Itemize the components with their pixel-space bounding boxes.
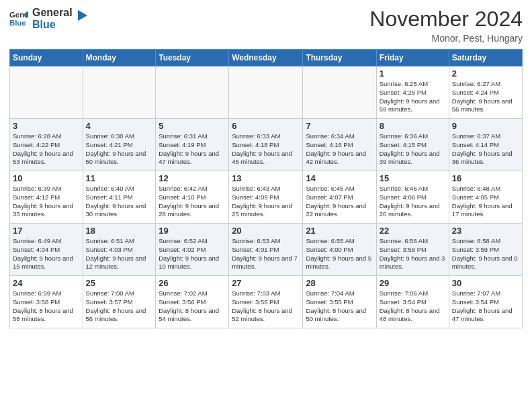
day-number: 27 (232, 278, 300, 288)
table-row (229, 66, 303, 119)
day-info: Sunrise: 6:28 AM Sunset: 4:22 PM Dayligh… (13, 132, 80, 167)
day-number: 25 (86, 278, 153, 288)
day-info: Sunrise: 6:48 AM Sunset: 4:05 PM Dayligh… (452, 185, 519, 219)
day-info: Sunrise: 6:43 AM Sunset: 4:09 PM Dayligh… (232, 185, 300, 219)
table-row: 8Sunrise: 6:36 AM Sunset: 4:15 PM Daylig… (376, 119, 449, 171)
day-info: Sunrise: 7:07 AM Sunset: 3:54 PM Dayligh… (452, 289, 519, 324)
table-row: 15Sunrise: 6:46 AM Sunset: 4:06 PM Dayli… (376, 171, 449, 224)
table-row: 22Sunrise: 6:56 AM Sunset: 3:59 PM Dayli… (376, 224, 449, 276)
table-row: 1Sunrise: 6:25 AM Sunset: 4:25 PM Daylig… (376, 66, 449, 119)
day-info: Sunrise: 6:42 AM Sunset: 4:10 PM Dayligh… (159, 185, 226, 219)
day-number: 6 (232, 121, 300, 131)
table-row: 25Sunrise: 7:00 AM Sunset: 3:57 PM Dayli… (83, 276, 156, 328)
table-row: 9Sunrise: 6:37 AM Sunset: 4:14 PM Daylig… (449, 119, 522, 171)
calendar-week-row: 10Sunrise: 6:39 AM Sunset: 4:12 PM Dayli… (10, 171, 523, 224)
day-number: 13 (232, 173, 300, 183)
day-number: 15 (380, 173, 446, 183)
calendar-week-row: 1Sunrise: 6:25 AM Sunset: 4:25 PM Daylig… (10, 66, 523, 119)
day-info: Sunrise: 6:33 AM Sunset: 4:18 PM Dayligh… (232, 132, 300, 167)
day-info: Sunrise: 6:46 AM Sunset: 4:06 PM Dayligh… (380, 185, 446, 219)
table-row: 13Sunrise: 6:43 AM Sunset: 4:09 PM Dayli… (229, 171, 303, 224)
day-number: 24 (13, 278, 80, 288)
col-saturday: Saturday (449, 50, 522, 66)
page: General Blue General Blue November 2024 … (0, 0, 532, 411)
table-row: 10Sunrise: 6:39 AM Sunset: 4:12 PM Dayli… (10, 171, 83, 224)
col-tuesday: Tuesday (156, 50, 229, 66)
calendar-week-row: 3Sunrise: 6:28 AM Sunset: 4:22 PM Daylig… (10, 119, 523, 171)
day-info: Sunrise: 6:39 AM Sunset: 4:12 PM Dayligh… (13, 185, 80, 219)
table-row: 6Sunrise: 6:33 AM Sunset: 4:18 PM Daylig… (229, 119, 303, 171)
table-row: 17Sunrise: 6:49 AM Sunset: 4:04 PM Dayli… (10, 224, 83, 276)
day-info: Sunrise: 6:37 AM Sunset: 4:14 PM Dayligh… (452, 132, 519, 167)
table-row: 18Sunrise: 6:51 AM Sunset: 4:03 PM Dayli… (83, 224, 156, 276)
day-info: Sunrise: 6:36 AM Sunset: 4:15 PM Dayligh… (380, 132, 446, 167)
day-number: 18 (86, 226, 153, 236)
table-row: 11Sunrise: 6:40 AM Sunset: 4:11 PM Dayli… (83, 171, 156, 224)
table-row: 24Sunrise: 6:59 AM Sunset: 3:58 PM Dayli… (10, 276, 83, 328)
day-number: 1 (380, 68, 446, 79)
day-info: Sunrise: 6:56 AM Sunset: 3:59 PM Dayligh… (380, 237, 446, 271)
calendar-week-row: 24Sunrise: 6:59 AM Sunset: 3:58 PM Dayli… (10, 276, 523, 328)
day-number: 30 (452, 278, 519, 288)
table-row: 27Sunrise: 7:03 AM Sunset: 3:56 PM Dayli… (229, 276, 303, 328)
day-info: Sunrise: 6:52 AM Sunset: 4:02 PM Dayligh… (159, 237, 226, 271)
logo: General Blue General Blue (9, 7, 87, 32)
logo-blue-text: Blue (32, 19, 73, 31)
table-row (156, 66, 229, 119)
table-row: 16Sunrise: 6:48 AM Sunset: 4:05 PM Dayli… (449, 171, 522, 224)
table-row: 4Sunrise: 6:30 AM Sunset: 4:21 PM Daylig… (83, 119, 156, 171)
calendar-header-row: Sunday Monday Tuesday Wednesday Thursday… (10, 50, 523, 66)
table-row: 19Sunrise: 6:52 AM Sunset: 4:02 PM Dayli… (156, 224, 229, 276)
logo-arrow-icon (73, 9, 87, 24)
day-info: Sunrise: 7:06 AM Sunset: 3:54 PM Dayligh… (380, 289, 446, 324)
day-info: Sunrise: 6:40 AM Sunset: 4:11 PM Dayligh… (86, 185, 153, 219)
day-number: 11 (86, 173, 153, 183)
day-info: Sunrise: 6:27 AM Sunset: 4:24 PM Dayligh… (452, 80, 519, 114)
day-info: Sunrise: 6:45 AM Sunset: 4:07 PM Dayligh… (306, 185, 373, 219)
day-info: Sunrise: 7:02 AM Sunset: 3:56 PM Dayligh… (159, 289, 226, 324)
table-row: 12Sunrise: 6:42 AM Sunset: 4:10 PM Dayli… (156, 171, 229, 224)
day-info: Sunrise: 6:30 AM Sunset: 4:21 PM Dayligh… (86, 132, 153, 167)
table-row (303, 66, 376, 119)
col-wednesday: Wednesday (229, 50, 303, 66)
day-info: Sunrise: 6:53 AM Sunset: 4:01 PM Dayligh… (232, 237, 300, 271)
day-number: 21 (306, 226, 373, 236)
day-info: Sunrise: 6:49 AM Sunset: 4:04 PM Dayligh… (13, 237, 80, 271)
table-row: 2Sunrise: 6:27 AM Sunset: 4:24 PM Daylig… (449, 66, 522, 119)
day-info: Sunrise: 6:55 AM Sunset: 4:00 PM Dayligh… (306, 237, 373, 271)
day-info: Sunrise: 7:04 AM Sunset: 3:55 PM Dayligh… (306, 289, 373, 324)
table-row: 30Sunrise: 7:07 AM Sunset: 3:54 PM Dayli… (449, 276, 522, 328)
day-number: 12 (159, 173, 226, 183)
day-info: Sunrise: 7:03 AM Sunset: 3:56 PM Dayligh… (232, 289, 300, 324)
day-info: Sunrise: 6:51 AM Sunset: 4:03 PM Dayligh… (86, 237, 153, 271)
table-row: 20Sunrise: 6:53 AM Sunset: 4:01 PM Dayli… (229, 224, 303, 276)
table-row: 3Sunrise: 6:28 AM Sunset: 4:22 PM Daylig… (10, 119, 83, 171)
day-number: 23 (452, 226, 519, 236)
day-number: 10 (13, 173, 80, 183)
svg-marker-4 (78, 10, 87, 21)
day-number: 20 (232, 226, 300, 236)
day-number: 26 (159, 278, 226, 288)
day-number: 2 (452, 68, 519, 79)
table-row: 14Sunrise: 6:45 AM Sunset: 4:07 PM Dayli… (303, 171, 376, 224)
header: General Blue General Blue November 2024 … (9, 7, 523, 44)
table-row (10, 66, 83, 119)
location-subtitle: Monor, Pest, Hungary (369, 33, 523, 44)
day-number: 3 (13, 121, 80, 131)
day-info: Sunrise: 7:00 AM Sunset: 3:57 PM Dayligh… (86, 289, 153, 324)
day-number: 17 (13, 226, 80, 236)
table-row (83, 66, 156, 119)
col-friday: Friday (376, 50, 449, 66)
calendar-week-row: 17Sunrise: 6:49 AM Sunset: 4:04 PM Dayli… (10, 224, 523, 276)
table-row: 21Sunrise: 6:55 AM Sunset: 4:00 PM Dayli… (303, 224, 376, 276)
table-row: 5Sunrise: 6:31 AM Sunset: 4:19 PM Daylig… (156, 119, 229, 171)
title-block: November 2024 Monor, Pest, Hungary (369, 7, 523, 44)
day-info: Sunrise: 6:31 AM Sunset: 4:19 PM Dayligh… (159, 132, 226, 167)
month-title: November 2024 (369, 7, 523, 32)
logo-general-text: General (32, 7, 73, 19)
logo-icon: General Blue (9, 9, 28, 28)
day-number: 19 (159, 226, 226, 236)
day-number: 5 (159, 121, 226, 131)
day-info: Sunrise: 6:59 AM Sunset: 3:58 PM Dayligh… (13, 289, 80, 324)
table-row: 29Sunrise: 7:06 AM Sunset: 3:54 PM Dayli… (376, 276, 449, 328)
